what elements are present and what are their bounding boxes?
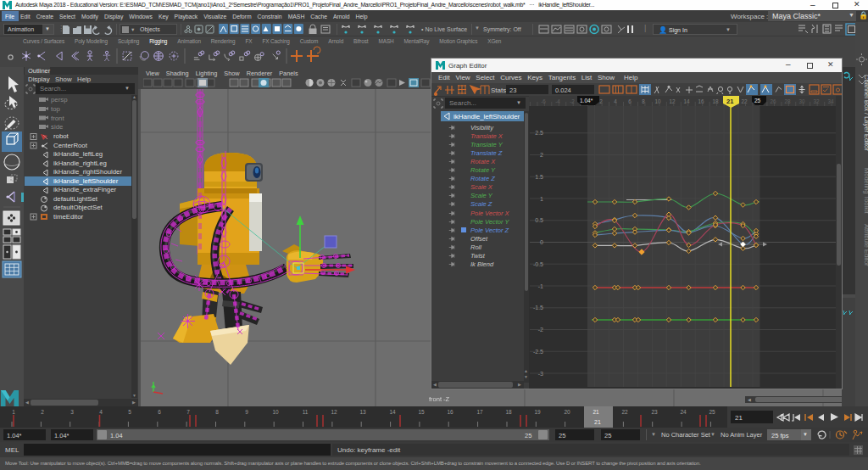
svg-text:12: 12: [331, 409, 337, 415]
svg-text:16: 16: [698, 98, 704, 104]
svg-text:7: 7: [186, 409, 190, 415]
svg-text:21: 21: [735, 414, 743, 422]
svg-text:9: 9: [245, 409, 248, 415]
svg-text:18: 18: [712, 98, 719, 104]
svg-text:12: 12: [669, 98, 676, 104]
svg-text:5: 5: [128, 409, 131, 415]
svg-text:1.5: 1.5: [535, 174, 543, 180]
svg-text:2: 2: [41, 409, 44, 415]
svg-text:-0.5: -0.5: [533, 261, 543, 267]
svg-text:20: 20: [564, 409, 570, 415]
svg-text:-1.5: -1.5: [533, 305, 543, 311]
svg-text:6: 6: [158, 409, 161, 415]
svg-text:23: 23: [651, 409, 658, 415]
svg-text:4: 4: [614, 98, 617, 104]
svg-text:14: 14: [389, 409, 396, 415]
svg-text:16: 16: [447, 409, 453, 415]
svg-text:2.5: 2.5: [535, 130, 543, 136]
svg-text:13: 13: [359, 409, 366, 415]
svg-text:0: 0: [540, 239, 543, 245]
svg-text:3: 3: [70, 409, 74, 415]
svg-text:6: 6: [628, 98, 632, 104]
svg-text:22: 22: [741, 98, 748, 104]
svg-text:25: 25: [754, 98, 761, 104]
svg-text:15: 15: [418, 409, 425, 415]
svg-text:2: 2: [599, 98, 603, 104]
svg-text:25: 25: [709, 409, 715, 415]
svg-text:-3: -3: [538, 371, 543, 377]
svg-text:21: 21: [594, 419, 601, 425]
svg-text:4: 4: [99, 409, 103, 415]
svg-text:0.5: 0.5: [535, 217, 543, 223]
svg-text:17: 17: [476, 409, 483, 415]
svg-text:21: 21: [726, 98, 733, 105]
svg-text:14: 14: [683, 98, 690, 104]
svg-text:8: 8: [215, 409, 219, 415]
svg-text:11: 11: [303, 409, 309, 415]
svg-text:10: 10: [654, 98, 661, 104]
svg-text:23: 23: [509, 87, 516, 94]
svg-text:Attribute Editor: Attribute Editor: [863, 224, 868, 266]
svg-text:Channel Box / Layer Editor: Channel Box / Layer Editor: [863, 75, 868, 151]
svg-text:Modeling Toolkit: Modeling Toolkit: [863, 168, 868, 215]
svg-text:34: 34: [827, 98, 834, 104]
svg-text:1.04*: 1.04*: [580, 98, 593, 104]
svg-text:30: 30: [798, 98, 805, 104]
svg-text:-2: -2: [570, 98, 575, 104]
svg-text:24: 24: [680, 409, 687, 415]
svg-text:32: 32: [813, 98, 820, 104]
svg-text:2: 2: [540, 152, 543, 158]
svg-text:-4: -4: [555, 98, 560, 104]
svg-text:22: 22: [621, 409, 628, 415]
svg-text:19: 19: [534, 409, 541, 415]
svg-text:18: 18: [505, 409, 512, 415]
svg-text:front -Z: front -Z: [429, 395, 450, 403]
svg-text:21: 21: [593, 409, 599, 415]
svg-text:28: 28: [784, 98, 791, 104]
svg-text:10: 10: [272, 409, 279, 415]
svg-text:-6: -6: [541, 98, 546, 104]
svg-text:-2.5: -2.5: [533, 349, 543, 355]
svg-text:1: 1: [12, 409, 15, 415]
svg-text:-2: -2: [538, 327, 543, 333]
svg-text:26: 26: [770, 98, 776, 104]
svg-text:-1: -1: [538, 283, 543, 289]
svg-text:1: 1: [540, 196, 543, 202]
svg-text:Stats: Stats: [491, 87, 506, 94]
svg-text:0.024: 0.024: [555, 87, 571, 94]
